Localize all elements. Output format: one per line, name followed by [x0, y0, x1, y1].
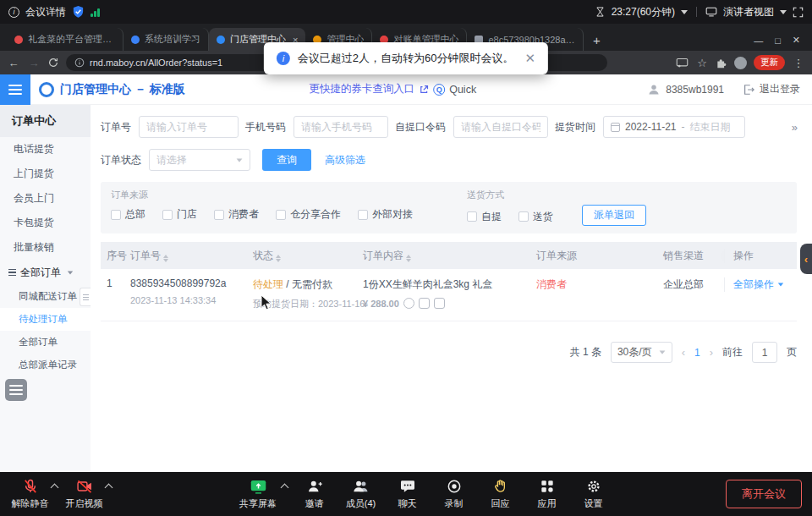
- checkbox-hq[interactable]: 总部: [111, 207, 145, 222]
- date-end-placeholder[interactable]: 结束日期: [690, 120, 731, 134]
- meeting-details-label[interactable]: 会议详情: [25, 5, 66, 19]
- sidebar-resize-handle[interactable]: [80, 288, 91, 306]
- sidebar-group-all-orders[interactable]: 全部订单: [0, 260, 91, 285]
- browser-menu-kebab-icon[interactable]: ⋮: [792, 57, 805, 69]
- chat-button[interactable]: 聊天: [384, 472, 431, 516]
- quick-label[interactable]: Quick: [449, 84, 476, 96]
- reaction-button[interactable]: 回应: [477, 472, 524, 516]
- sidebar-item-door-pickup[interactable]: 上门提货: [0, 162, 91, 186]
- window-close-button[interactable]: ✕: [793, 35, 800, 46]
- logout-icon[interactable]: [743, 84, 754, 96]
- leave-meeting-button[interactable]: 离开会议: [726, 480, 802, 508]
- checkbox-self-pickup[interactable]: 自提: [467, 210, 502, 224]
- phone-input[interactable]: [294, 116, 388, 138]
- network-signal-icon[interactable]: [91, 8, 100, 17]
- sidebar-item-member-visit[interactable]: 会员上门: [0, 186, 91, 211]
- printer-icon[interactable]: [419, 298, 430, 309]
- checkbox-warehouse-share[interactable]: 仓分享合作: [276, 207, 341, 222]
- checkbox-icon[interactable]: [467, 211, 477, 222]
- all-actions-dropdown[interactable]: 全部操作: [733, 277, 784, 292]
- maximize-button[interactable]: □: [775, 36, 781, 46]
- username[interactable]: 8385wb1991: [666, 84, 724, 96]
- col-status[interactable]: 状态: [253, 249, 363, 263]
- dispatch-return-button[interactable]: 派单退回: [582, 205, 646, 226]
- screencast-icon[interactable]: [676, 58, 689, 69]
- sort-icon[interactable]: [406, 255, 411, 262]
- settings-button[interactable]: 设置: [570, 472, 617, 516]
- sidebar-sub-city-delivery[interactable]: 同城配送订单: [0, 285, 91, 308]
- col-order-no[interactable]: 订单号: [130, 249, 253, 263]
- browser-profile-avatar[interactable]: [734, 57, 747, 69]
- share-screen-button[interactable]: 共享屏幕: [233, 472, 283, 516]
- date-start-value[interactable]: 2022-11-21: [625, 121, 677, 133]
- collapse-panel-icon[interactable]: »: [792, 121, 797, 134]
- unmute-button[interactable]: 解除静音: [7, 472, 53, 516]
- security-shield-icon[interactable]: [72, 5, 85, 19]
- date-range-picker[interactable]: 2022-11-21 - 结束日期: [603, 116, 745, 138]
- order-no-input[interactable]: [139, 116, 239, 138]
- browser-update-badge[interactable]: 更新: [754, 55, 785, 70]
- timer-caret-icon[interactable]: [681, 10, 688, 14]
- members-button[interactable]: 成员(4): [337, 472, 384, 516]
- browser-tab-1[interactable]: 礼盒菜的平台管理中心: [7, 28, 123, 51]
- phone-icon[interactable]: [434, 298, 445, 309]
- checkbox-icon[interactable]: [358, 210, 368, 220]
- checkbox-icon[interactable]: [276, 210, 286, 220]
- col-content[interactable]: 订单内容: [363, 249, 536, 263]
- external-link-icon[interactable]: [419, 85, 429, 95]
- start-video-button[interactable]: 开启视频: [61, 472, 107, 516]
- checkbox-external[interactable]: 外部对接: [358, 207, 413, 222]
- forward-button[interactable]: →: [27, 57, 41, 69]
- page-number-1[interactable]: 1: [694, 347, 700, 359]
- checkbox-icon[interactable]: [162, 210, 173, 220]
- search-button[interactable]: 查询: [262, 149, 311, 171]
- sidebar-item-phone-pickup[interactable]: 电话提货: [0, 137, 91, 162]
- view-mode-label[interactable]: 演讲者视图: [723, 5, 774, 19]
- advanced-filter-link[interactable]: 高级筛选: [325, 153, 365, 167]
- bookmark-star-icon[interactable]: ☆: [695, 57, 709, 69]
- refresh-button[interactable]: [47, 57, 59, 69]
- view-mode-caret-icon[interactable]: [780, 10, 787, 14]
- new-tab-button[interactable]: +: [587, 30, 606, 49]
- table-row[interactable]: 1 8385934508899792a 2023-11-13 14:33:34 …: [101, 269, 797, 321]
- checkbox-store[interactable]: 门店: [162, 207, 197, 222]
- logout-label[interactable]: 退出登录: [760, 82, 800, 96]
- pickup-code-input[interactable]: [453, 116, 548, 138]
- sidebar-item-batch-verify[interactable]: 批量核销: [0, 235, 91, 260]
- sort-icon[interactable]: [276, 255, 281, 262]
- sidebar-sub-all-orders[interactable]: 全部订单: [0, 331, 91, 354]
- checkbox-consumer[interactable]: 消费者: [214, 207, 259, 222]
- checkbox-icon[interactable]: [111, 210, 121, 220]
- floating-list-button[interactable]: [5, 379, 27, 401]
- apps-button[interactable]: 应用: [524, 472, 570, 516]
- quick-q-icon[interactable]: Q: [433, 84, 445, 96]
- browser-tab-2[interactable]: 系统培训学习: [123, 28, 209, 51]
- site-info-icon[interactable]: [74, 58, 85, 68]
- fullscreen-icon[interactable]: [793, 7, 804, 18]
- checkbox-icon[interactable]: [518, 211, 529, 222]
- page-size-select[interactable]: 30条/页: [611, 342, 672, 363]
- sidebar-item-card-pickup[interactable]: 卡包提货: [0, 211, 91, 235]
- order-no-value[interactable]: 8385934508899792a: [130, 277, 253, 289]
- meeting-info-icon[interactable]: i: [8, 7, 19, 18]
- order-status-select[interactable]: 请选择: [149, 149, 250, 171]
- coupon-query-link[interactable]: 更快捷的券卡查询入口: [309, 82, 414, 96]
- record-button[interactable]: 录制: [431, 472, 477, 516]
- checkbox-delivery[interactable]: 送货: [518, 210, 553, 224]
- back-button[interactable]: ←: [7, 57, 20, 69]
- goto-page-input[interactable]: [752, 342, 777, 363]
- sidebar-sub-pending-orders[interactable]: 待处理订单: [0, 308, 91, 331]
- toast-close-icon[interactable]: ✕: [525, 51, 536, 66]
- circle-badge-icon[interactable]: [403, 298, 414, 309]
- checkbox-icon[interactable]: [214, 210, 224, 220]
- invite-button[interactable]: 邀请: [291, 472, 337, 516]
- extensions-icon[interactable]: [716, 57, 727, 69]
- user-avatar-icon[interactable]: [647, 83, 661, 96]
- meeting-timer[interactable]: 23:27(60分钟): [612, 5, 675, 19]
- sort-icon[interactable]: [163, 255, 168, 262]
- prev-page-button[interactable]: ‹: [682, 346, 685, 359]
- minimize-button[interactable]: —: [754, 36, 763, 46]
- expand-panel-tab[interactable]: ‹: [800, 244, 812, 274]
- app-menu-button[interactable]: [0, 74, 30, 105]
- next-page-button[interactable]: ›: [710, 346, 713, 359]
